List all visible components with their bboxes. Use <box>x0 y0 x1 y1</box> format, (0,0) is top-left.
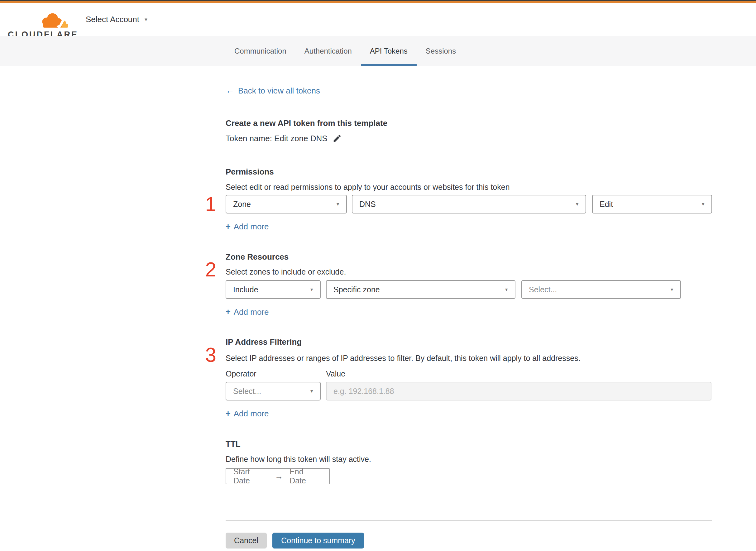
permissions-row: Zone ▼ DNS ▼ Edit ▼ <box>226 195 712 213</box>
operator-label: Operator <box>226 369 326 378</box>
ip-filtering-description: Select IP addresses or ranges of IP addr… <box>226 353 712 363</box>
zone-resources-add-more-link[interactable]: + Add more <box>226 307 269 317</box>
back-arrow-icon: ← <box>226 86 234 96</box>
zone-type-dropdown[interactable]: Specific zone ▼ <box>326 280 516 299</box>
plus-icon: + <box>226 307 231 317</box>
zone-mode-dropdown[interactable]: Include ▼ <box>226 280 321 299</box>
zone-resources-description: Select zones to include or exclude. <box>226 267 712 277</box>
zone-resources-row: Include ▼ Specific zone ▼ Select... ▼ <box>226 280 712 299</box>
add-more-label: Add more <box>234 307 269 317</box>
ttl-heading: TTL <box>226 439 712 449</box>
end-date-placeholder: End Date <box>289 467 322 485</box>
cancel-button[interactable]: Cancel <box>226 533 267 549</box>
ip-value-input <box>326 382 711 401</box>
chevron-down-icon: ▼ <box>575 202 579 206</box>
operator-placeholder: Select... <box>233 387 261 396</box>
value-label: Value <box>326 369 345 378</box>
app-header: CLOUDFLARE Select Account ▼ <box>0 3 756 36</box>
zone-resources-heading: Zone Resources <box>226 252 712 262</box>
permission-scope-dropdown[interactable]: Zone ▼ <box>226 195 347 213</box>
chevron-down-icon: ▼ <box>335 202 340 206</box>
token-name-text: Token name: Edit zone DNS <box>226 134 327 143</box>
footer-actions: Cancel Continue to summary <box>226 533 712 549</box>
chevron-down-icon: ▼ <box>504 288 509 292</box>
edit-pencil-icon[interactable] <box>332 134 342 143</box>
footer-divider <box>226 520 712 521</box>
back-link-label: Back to view all tokens <box>238 86 320 96</box>
start-date-placeholder: Start Date <box>233 467 268 485</box>
chevron-down-icon: ▼ <box>144 17 148 22</box>
arrow-right-icon: → <box>275 472 283 481</box>
page-title: Create a new API token from this templat… <box>226 118 712 128</box>
plus-icon: + <box>226 221 231 231</box>
brand-top-bar <box>0 1 756 3</box>
ttl-date-range-picker[interactable]: Start Date → End Date <box>226 468 330 484</box>
permissions-add-more-link[interactable]: + Add more <box>226 221 269 231</box>
zone-select-placeholder: Select... <box>529 285 557 294</box>
step-number-3: 3 <box>202 345 216 365</box>
cloudflare-logo: CLOUDFLARE <box>8 3 70 36</box>
permissions-description: Select edit or read permissions to apply… <box>226 182 712 192</box>
ip-filtering-add-more-link[interactable]: + Add more <box>226 409 269 419</box>
ip-filtering-labels: Operator Value <box>226 369 712 378</box>
tab-api-tokens[interactable]: API Tokens <box>361 36 417 66</box>
chevron-down-icon: ▼ <box>701 202 705 206</box>
ttl-description: Define how long this token will stay act… <box>226 454 712 464</box>
add-more-label: Add more <box>234 409 269 419</box>
cloudflare-cloud-icon <box>39 12 69 30</box>
chevron-down-icon: ▼ <box>309 389 314 393</box>
permission-type-value: DNS <box>359 200 376 209</box>
token-name-row: Token name: Edit zone DNS <box>226 133 712 144</box>
permission-access-value: Edit <box>600 200 613 209</box>
zone-type-value: Specific zone <box>333 285 380 294</box>
tab-bar: Communication Authentication API Tokens … <box>0 36 756 66</box>
ip-filtering-heading: IP Address Filtering <box>226 337 712 347</box>
ip-filtering-row: Select... ▼ <box>226 382 712 401</box>
tabs: Communication Authentication API Tokens … <box>225 36 465 66</box>
plus-icon: + <box>226 409 231 419</box>
permissions-heading: Permissions <box>226 167 712 177</box>
permission-scope-value: Zone <box>233 200 251 209</box>
permission-access-dropdown[interactable]: Edit ▼ <box>592 195 712 213</box>
tab-authentication[interactable]: Authentication <box>295 36 361 66</box>
continue-to-summary-button[interactable]: Continue to summary <box>272 533 364 549</box>
operator-dropdown[interactable]: Select... ▼ <box>226 382 321 401</box>
chevron-down-icon: ▼ <box>309 288 314 292</box>
zone-mode-value: Include <box>233 285 258 294</box>
step-number-1: 1 <box>202 194 216 214</box>
tab-communication[interactable]: Communication <box>225 36 295 66</box>
account-selector[interactable]: Select Account ▼ <box>86 3 148 36</box>
chevron-down-icon: ▼ <box>670 288 674 292</box>
step-number-2: 2 <box>202 259 216 280</box>
permission-type-dropdown[interactable]: DNS ▼ <box>352 195 586 213</box>
main-content: 1 2 3 ← Back to view all tokens Create a… <box>0 66 756 551</box>
zone-select-dropdown[interactable]: Select... ▼ <box>521 280 681 299</box>
account-selector-label: Select Account <box>86 15 139 24</box>
tab-sessions[interactable]: Sessions <box>417 36 465 66</box>
back-to-tokens-link[interactable]: ← Back to view all tokens <box>226 86 320 96</box>
add-more-label: Add more <box>234 221 269 231</box>
